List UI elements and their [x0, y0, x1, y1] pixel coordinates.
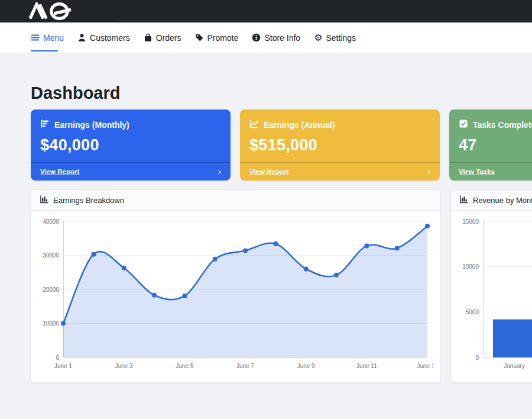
brand-logo-icon	[27, 2, 79, 20]
svg-text:0: 0	[56, 354, 59, 361]
earnings-breakdown-panel: Earnings Breakdown 010000200003000040000…	[31, 189, 441, 383]
chevron-right-icon: ›	[427, 167, 430, 176]
svg-text:June 3: June 3	[115, 363, 133, 369]
nav-label-orders: Orders	[156, 33, 181, 43]
earnings-annual-card: Earnings (Annual) $515,000 View Report ›	[240, 109, 440, 181]
svg-text:June 5: June 5	[176, 363, 193, 369]
stat-card-title: Earnings (Monthly)	[54, 120, 129, 130]
nav-item-store-info[interactable]: Store Info	[252, 33, 300, 43]
stat-card-value: 47	[459, 136, 532, 154]
stat-card-value: $40,000	[40, 136, 221, 154]
svg-text:June 11: June 11	[356, 363, 377, 369]
person-icon	[77, 33, 86, 42]
nav-item-menu[interactable]: Menu	[31, 33, 64, 43]
view-report-link-annual[interactable]: View Report ›	[240, 162, 440, 181]
earnings-breakdown-chart: 010000200003000040000June 1June 3June 5J…	[36, 213, 433, 378]
nav-label-menu: Menu	[43, 33, 64, 43]
nav-label-promote: Promote	[207, 33, 239, 43]
nav-item-settings[interactable]: ⚙ Settings	[314, 33, 356, 43]
info-circle-icon	[252, 33, 261, 42]
stat-card-title: Earnings (Annual)	[264, 120, 335, 130]
logo-underline	[28, 20, 114, 21]
svg-text:20000: 20000	[43, 286, 59, 293]
charts-row: Earnings Breakdown 010000200003000040000…	[31, 189, 532, 383]
page-title: Dashboard	[31, 83, 532, 103]
svg-text:0: 0	[475, 354, 479, 361]
nav-item-promote[interactable]: Promote	[195, 33, 239, 43]
svg-text:10000: 10000	[43, 320, 59, 327]
earnings-monthly-card: Earnings (Monthly) $40,000 View Report ›	[31, 109, 231, 181]
revenue-by-month-chart: 050001000015000January	[456, 213, 532, 378]
chart-panel-title: Revenue by Month	[473, 196, 532, 205]
chevron-right-icon: ›	[218, 167, 221, 176]
svg-text:June 13: June 13	[417, 363, 433, 369]
shopping-bag-icon	[144, 33, 153, 42]
nav-item-orders[interactable]: Orders	[144, 33, 181, 43]
nav-label-customers: Customers	[90, 33, 130, 43]
svg-text:10000: 10000	[462, 263, 479, 270]
active-tab-underline	[31, 50, 58, 51]
svg-text:30000: 30000	[43, 252, 59, 259]
column-chart-icon	[40, 195, 48, 205]
brand-logo[interactable]	[27, 2, 79, 22]
svg-text:June 7: June 7	[236, 363, 254, 369]
gear-icon: ⚙	[314, 33, 322, 43]
revenue-by-month-panel: Revenue by Month 050001000015000January	[450, 189, 532, 383]
svg-text:June 9: June 9	[297, 363, 315, 369]
hamburger-icon	[31, 33, 40, 42]
nav-label-settings: Settings	[326, 33, 356, 43]
svg-text:January: January	[504, 363, 525, 369]
column-chart-icon	[459, 195, 468, 205]
svg-text:5000: 5000	[466, 309, 479, 315]
stat-card-title: Tasks Completed	[473, 120, 532, 130]
topbar	[0, 0, 532, 22]
svg-text:40000: 40000	[43, 218, 59, 225]
tasks-completed-card: Tasks Completed 47 View Tasks ›	[449, 109, 532, 181]
main-navbar: Menu Customers Orders Promote Store Info…	[0, 22, 532, 53]
stat-card-value: $515,000	[249, 136, 430, 154]
svg-text:June 1: June 1	[54, 363, 72, 369]
nav-item-customers[interactable]: Customers	[77, 33, 130, 43]
stat-cards-row: Earnings (Monthly) $40,000 View Report ›…	[31, 109, 532, 181]
view-report-link-monthly[interactable]: View Report ›	[31, 162, 231, 181]
svg-text:15000: 15000	[462, 218, 479, 225]
view-tasks-link[interactable]: View Tasks ›	[449, 162, 532, 181]
tag-icon	[195, 33, 204, 42]
nav-label-store-info: Store Info	[264, 33, 300, 43]
line-chart-icon	[249, 119, 259, 130]
check-square-icon	[459, 119, 468, 130]
bar-chart-horizontal-icon	[40, 119, 50, 130]
chart-panel-title: Earnings Breakdown	[53, 196, 124, 205]
